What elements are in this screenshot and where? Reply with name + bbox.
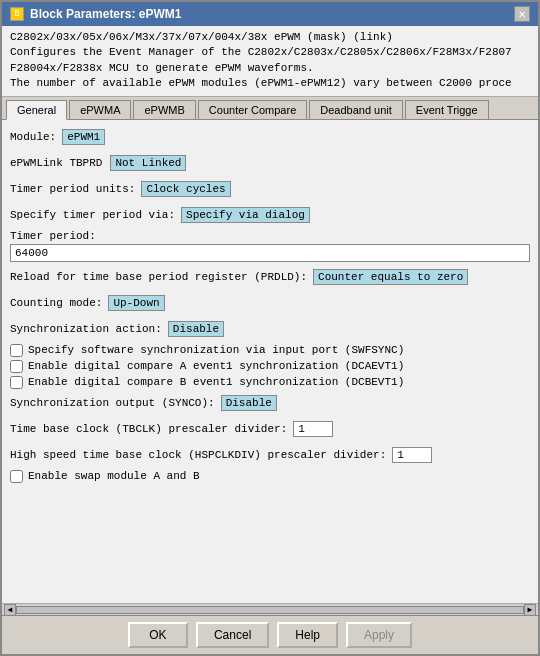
tab-epwma[interactable]: ePWMA — [69, 100, 131, 119]
help-button[interactable]: Help — [277, 622, 338, 648]
tab-general[interactable]: General — [6, 100, 67, 120]
tbprd-label: ePWMLink TBPRD — [10, 157, 102, 169]
horizontal-scrollbar[interactable]: ◀ ▶ — [2, 603, 538, 615]
main-window: B Block Parameters: ePWM1 ✕ C2802x/03x/0… — [0, 0, 540, 656]
checkbox-swap-label: Enable swap module A and B — [28, 470, 200, 482]
counting-mode-label: Counting mode: — [10, 297, 102, 309]
desc-line3: F28004x/F2838x MCU to generate ePWM wave… — [10, 61, 530, 76]
tabs-bar: General ePWMA ePWMB Counter Compare Dead… — [2, 97, 538, 120]
tbclk-label: Time base clock (TBCLK) prescaler divide… — [10, 423, 287, 435]
tbclk-row: Time base clock (TBCLK) prescaler divide… — [10, 418, 530, 440]
timer-period-units-value[interactable]: Clock cycles — [141, 181, 230, 197]
specify-timer-value[interactable]: Specify via dialog — [181, 207, 310, 223]
scroll-track[interactable] — [16, 606, 524, 614]
synco-label: Synchronization output (SYNCO): — [10, 397, 215, 409]
ok-button[interactable]: OK — [128, 622, 188, 648]
timer-period-row: Timer period: — [10, 230, 530, 262]
desc-line1: C2802x/03x/05x/06x/M3x/37x/07x/004x/38x … — [10, 30, 530, 45]
tbprd-row: ePWMLink TBPRD Not Linked — [10, 152, 530, 174]
checkbox-swap-row: Enable swap module A and B — [10, 470, 530, 483]
checkbox-swap[interactable] — [10, 470, 23, 483]
close-button[interactable]: ✕ — [514, 6, 530, 22]
hspclk-input[interactable] — [392, 447, 432, 463]
description-area: C2802x/03x/05x/06x/M3x/37x/07x/004x/38x … — [2, 26, 538, 97]
desc-line4: The number of available ePWM modules (eP… — [10, 76, 530, 91]
timer-period-units-row: Timer period units: Clock cycles — [10, 178, 530, 200]
module-label: Module: — [10, 131, 56, 143]
checkbox-dcbevt1-row: Enable digital compare B event1 synchron… — [10, 376, 530, 389]
reload-value[interactable]: Counter equals to zero — [313, 269, 468, 285]
checkbox-dcaevt1-label: Enable digital compare A event1 synchron… — [28, 360, 404, 372]
desc-line2: Configures the Event Manager of the C280… — [10, 45, 530, 60]
sync-action-value[interactable]: Disable — [168, 321, 224, 337]
specify-timer-row: Specify timer period via: Specify via di… — [10, 204, 530, 226]
counting-mode-value[interactable]: Up-Down — [108, 295, 164, 311]
scroll-right-button[interactable]: ▶ — [524, 604, 536, 616]
apply-button[interactable]: Apply — [346, 622, 412, 648]
timer-period-units-label: Timer period units: — [10, 183, 135, 195]
window-title: Block Parameters: ePWM1 — [30, 7, 181, 21]
scroll-left-button[interactable]: ◀ — [4, 604, 16, 616]
checkbox-dcbevt1[interactable] — [10, 376, 23, 389]
tab-deadband[interactable]: Deadband unit — [309, 100, 403, 119]
button-row: OK Cancel Help Apply — [8, 622, 532, 648]
window-icon: B — [10, 7, 24, 21]
checkbox-swfsync-label: Specify software synchronization via inp… — [28, 344, 404, 356]
reload-row: Reload for time base period register (PR… — [10, 266, 530, 288]
tab-event-trigger[interactable]: Event Trigge — [405, 100, 489, 119]
sync-action-label: Synchronization action: — [10, 323, 162, 335]
content-area: Module: ePWM1 ePWMLink TBPRD Not Linked … — [2, 120, 538, 603]
tbprd-value[interactable]: Not Linked — [110, 155, 186, 171]
timer-period-input[interactable] — [10, 244, 530, 262]
synco-row: Synchronization output (SYNCO): Disable — [10, 392, 530, 414]
checkbox-dcbevt1-label: Enable digital compare B event1 synchron… — [28, 376, 404, 388]
sync-action-row: Synchronization action: Disable — [10, 318, 530, 340]
title-bar: B Block Parameters: ePWM1 ✕ — [2, 2, 538, 26]
tab-counter-compare[interactable]: Counter Compare — [198, 100, 307, 119]
hspclk-label: High speed time base clock (HSPCLKDIV) p… — [10, 449, 386, 461]
hspclk-row: High speed time base clock (HSPCLKDIV) p… — [10, 444, 530, 466]
checkbox-swfsync-row: Specify software synchronization via inp… — [10, 344, 530, 357]
module-row: Module: ePWM1 — [10, 126, 530, 148]
checkbox-dcaevt1-row: Enable digital compare A event1 synchron… — [10, 360, 530, 373]
tbclk-input[interactable] — [293, 421, 333, 437]
synco-value[interactable]: Disable — [221, 395, 277, 411]
specify-timer-label: Specify timer period via: — [10, 209, 175, 221]
bottom-bar: OK Cancel Help Apply — [2, 615, 538, 654]
reload-label: Reload for time base period register (PR… — [10, 271, 307, 283]
checkbox-dcaevt1[interactable] — [10, 360, 23, 373]
timer-period-label: Timer period: — [10, 230, 530, 242]
checkbox-swfsync[interactable] — [10, 344, 23, 357]
tab-epwmb[interactable]: ePWMB — [133, 100, 195, 119]
cancel-button[interactable]: Cancel — [196, 622, 269, 648]
module-value[interactable]: ePWM1 — [62, 129, 105, 145]
counting-mode-row: Counting mode: Up-Down — [10, 292, 530, 314]
